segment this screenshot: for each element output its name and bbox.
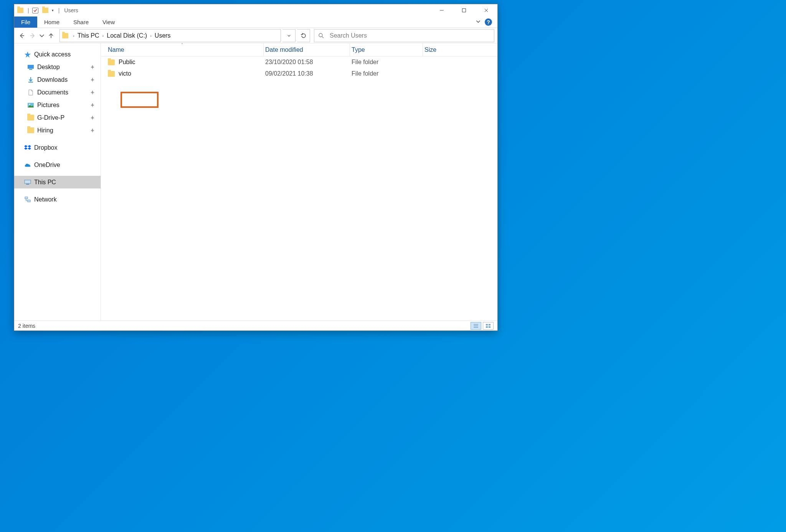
svg-point-10 [29, 104, 30, 105]
pin-icon [90, 90, 95, 95]
separator: | [28, 7, 29, 13]
address-history-dropdown[interactable] [282, 29, 296, 42]
file-list: Public 23/10/2020 01:58 File folder vict… [101, 56, 497, 79]
window-controls [431, 4, 497, 17]
search-input[interactable]: Search Users [314, 29, 494, 42]
search-placeholder: Search Users [330, 32, 367, 39]
sidebar-item-label: Downloads [37, 76, 68, 83]
file-type: File folder [352, 59, 424, 66]
sidebar-item-label: Pictures [37, 102, 59, 109]
sidebar-item-label: Dropbox [34, 144, 57, 151]
pin-icon [90, 77, 95, 83]
sidebar-item-gdrivep[interactable]: G-Drive-P [14, 111, 101, 124]
column-header-type[interactable]: Type [350, 43, 423, 56]
file-explorer-window: | ▾ | Users File Home Share View [14, 4, 498, 331]
minimize-button[interactable] [431, 4, 453, 17]
svg-rect-18 [486, 324, 488, 325]
svg-line-5 [322, 36, 324, 38]
file-name: victo [119, 70, 131, 77]
downloads-icon [27, 77, 34, 83]
ribbon: File Home Share View ? [14, 17, 497, 28]
tab-share[interactable]: Share [66, 17, 96, 28]
properties-qat-icon[interactable] [32, 8, 38, 13]
qat-dropdown-icon[interactable]: ▾ [52, 8, 54, 12]
folder-icon[interactable] [42, 8, 48, 13]
separator: | [58, 7, 60, 13]
column-header-size[interactable]: Size [423, 43, 497, 56]
network-icon [24, 197, 31, 203]
large-icons-view-button[interactable] [483, 322, 494, 330]
file-list-area: Name ˄ Date modified Type Size Public 23… [101, 43, 497, 321]
maximize-button[interactable] [453, 4, 475, 17]
sidebar-item-downloads[interactable]: Downloads [14, 73, 101, 86]
pin-icon [90, 64, 95, 70]
chevron-right-icon[interactable]: › [73, 33, 74, 38]
chevron-right-icon[interactable]: › [150, 33, 152, 38]
list-item[interactable]: Public 23/10/2020 01:58 File folder [101, 56, 497, 68]
documents-icon [27, 89, 34, 96]
navigation-pane: Quick access Desktop Downloads Documents… [14, 43, 101, 321]
folder-icon [27, 127, 34, 134]
sidebar-item-label: G-Drive-P [37, 114, 64, 121]
window-title: Users [64, 7, 78, 13]
title-bar: | ▾ | Users [14, 4, 497, 17]
view-mode-toggles [471, 322, 494, 330]
details-view-button[interactable] [471, 322, 481, 330]
svg-rect-1 [462, 9, 466, 12]
search-icon [318, 33, 324, 39]
recent-locations-dropdown[interactable] [39, 31, 45, 40]
help-icon[interactable]: ? [485, 18, 492, 26]
pin-icon [90, 115, 95, 121]
file-date: 23/10/2020 01:58 [265, 59, 352, 66]
file-date: 09/02/2021 10:38 [265, 70, 352, 77]
svg-point-4 [319, 33, 322, 37]
ribbon-collapse-icon[interactable] [476, 19, 481, 26]
refresh-button[interactable] [297, 29, 310, 42]
up-button[interactable] [46, 31, 56, 40]
tab-home[interactable]: Home [37, 17, 66, 28]
sidebar-item-label: This PC [34, 179, 56, 186]
folder-icon [108, 59, 115, 65]
sidebar-quick-access[interactable]: Quick access [14, 48, 101, 61]
sidebar-item-hiring[interactable]: Hiring [14, 124, 101, 137]
desktop-icon [27, 64, 34, 70]
svg-rect-19 [489, 324, 490, 325]
folder-icon [62, 33, 68, 38]
close-button[interactable] [475, 4, 497, 17]
svg-rect-12 [26, 184, 29, 185]
breadcrumb-segment[interactable]: This PC [78, 32, 99, 39]
sidebar-item-desktop[interactable]: Desktop [14, 61, 101, 73]
this-pc-icon [24, 179, 31, 185]
breadcrumb-segment[interactable]: Users [155, 32, 171, 39]
sidebar-item-label: OneDrive [34, 162, 60, 169]
list-item[interactable]: victo 09/02/2021 10:38 File folder [101, 68, 497, 79]
tab-view[interactable]: View [96, 17, 122, 28]
sidebar-dropbox[interactable]: Dropbox [14, 141, 101, 154]
sidebar-item-label: Quick access [34, 51, 71, 58]
sidebar-item-pictures[interactable]: Pictures [14, 99, 101, 111]
file-tab[interactable]: File [14, 17, 37, 28]
folder-icon [108, 71, 115, 77]
sidebar-item-label: Hiring [37, 127, 53, 134]
forward-button[interactable] [28, 31, 37, 40]
star-icon [24, 51, 31, 58]
sidebar-item-label: Desktop [37, 64, 60, 71]
sidebar-onedrive[interactable]: OneDrive [14, 159, 101, 171]
svg-rect-6 [28, 65, 34, 69]
sidebar-this-pc[interactable]: This PC [14, 176, 101, 188]
sidebar-item-documents[interactable]: Documents [14, 86, 101, 99]
column-header-name[interactable]: Name ˄ [106, 43, 264, 56]
back-button[interactable] [17, 31, 26, 40]
column-header-date[interactable]: Date modified [264, 43, 350, 56]
item-count: 2 items [18, 323, 35, 329]
breadcrumb-segment[interactable]: Local Disk (C:) [107, 32, 147, 39]
pin-icon [90, 102, 95, 108]
chevron-right-icon[interactable]: › [102, 33, 104, 38]
sidebar-network[interactable]: Network [14, 193, 101, 206]
sidebar-item-label: Documents [37, 89, 68, 96]
svg-rect-11 [25, 180, 31, 183]
svg-rect-14 [28, 200, 30, 202]
address-bar[interactable]: › This PC › Local Disk (C:) › Users [59, 29, 281, 42]
status-bar: 2 items [14, 321, 497, 330]
svg-rect-21 [489, 326, 490, 328]
